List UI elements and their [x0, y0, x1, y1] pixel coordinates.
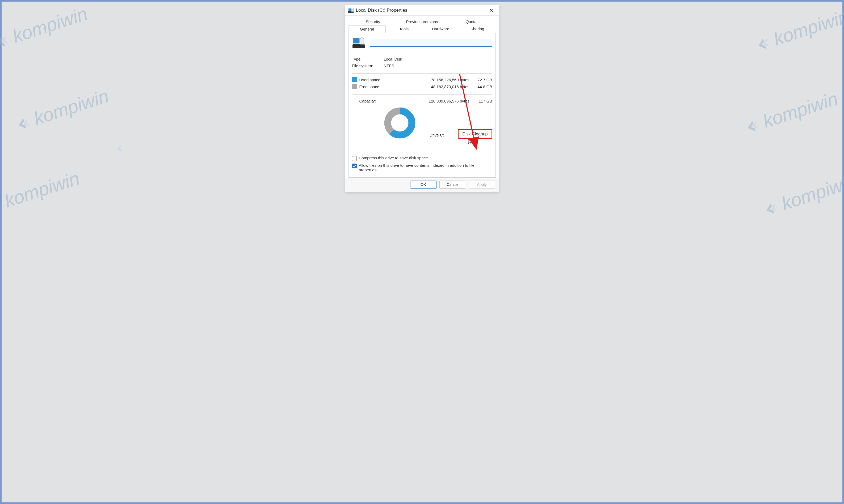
watermark: kompiwin: [751, 5, 844, 56]
capacity-gb: 117 GB: [474, 99, 492, 103]
used-space-gb: 72.7 GB: [474, 77, 492, 82]
svg-rect-4: [353, 38, 359, 43]
tab-quota[interactable]: Quota: [447, 18, 496, 25]
used-space-swatch: [352, 77, 357, 82]
svg-rect-6: [360, 39, 364, 44]
cancel-button[interactable]: Cancel: [440, 181, 466, 188]
tab-sharing[interactable]: Sharing: [459, 25, 496, 33]
used-space-bytes: 78,156,226,560 bytes: [389, 77, 474, 82]
usage-donut-chart: [384, 107, 416, 139]
disk-cleanup-button[interactable]: Disk Cleanup: [458, 129, 492, 139]
free-space-label: Free space:: [359, 85, 389, 89]
compress-checkbox[interactable]: [352, 156, 357, 161]
watermark: kompiwin: [741, 88, 841, 138]
watermark: kompiwin: [0, 167, 82, 218]
type-label: Type:: [352, 57, 384, 61]
svg-rect-1: [348, 8, 351, 10]
watermark: kompiwin: [12, 85, 111, 136]
filesystem-value: NTFS: [384, 64, 492, 68]
drive-name-input[interactable]: [370, 39, 492, 47]
watermark: kompiwin: [759, 170, 844, 221]
tab-security[interactable]: Security: [348, 18, 398, 25]
index-checkbox[interactable]: [352, 164, 357, 168]
svg-rect-3: [352, 44, 365, 48]
type-value: Local Disk: [384, 57, 492, 61]
svg-point-9: [392, 115, 407, 130]
used-space-label: Used space:: [359, 77, 389, 82]
watermark: kompiwin: [0, 3, 90, 53]
capacity-label: Capacity:: [352, 99, 389, 103]
tab-tools[interactable]: Tools: [386, 25, 423, 33]
capacity-bytes: 126,339,096,576 bytes: [389, 99, 474, 103]
compress-label: Compress this drive to save disk space: [359, 156, 428, 160]
drive-label: Drive C:: [416, 133, 458, 139]
tab-hardware[interactable]: Hardware: [423, 25, 459, 33]
properties-dialog: Local Disk (C:) Properties ✕ Security Pr…: [345, 5, 499, 192]
tab-general[interactable]: General: [348, 25, 386, 33]
svg-rect-2: [351, 9, 353, 12]
watermark: [112, 138, 125, 151]
drive-icon: [352, 37, 365, 49]
mouse-cursor-icon: [468, 139, 472, 145]
apply-button: Apply: [469, 181, 495, 188]
free-space-bytes: 48,182,870,016 bytes: [389, 85, 474, 89]
filesystem-label: File system:: [352, 64, 384, 68]
tab-previous-versions[interactable]: Previous Versions: [397, 18, 447, 25]
free-space-gb: 44.8 GB: [474, 85, 492, 89]
index-label: Allow files on this drive to have conten…: [359, 163, 492, 172]
window-title: Local Disk (C:) Properties: [356, 8, 486, 13]
drive-lock-icon: [348, 7, 354, 13]
separator: [352, 73, 492, 74]
close-button[interactable]: ✕: [486, 7, 497, 14]
free-space-swatch: [352, 84, 357, 89]
ok-button[interactable]: OK: [410, 181, 437, 188]
